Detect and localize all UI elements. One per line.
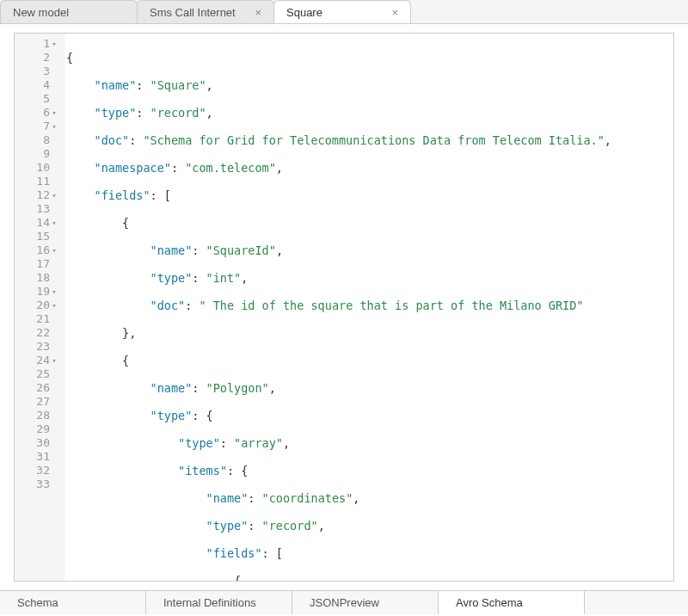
fold-icon[interactable]: ▾ bbox=[50, 354, 58, 367]
tab-avro-schema[interactable]: Avro Schema bbox=[439, 591, 585, 614]
fold-icon[interactable]: ▾ bbox=[50, 106, 58, 120]
tab-json-preview[interactable]: JSONPreview bbox=[292, 591, 439, 614]
tab-label: Sms Call Internet bbox=[150, 6, 236, 19]
code-line[interactable]: { bbox=[64, 216, 673, 230]
close-icon[interactable]: × bbox=[391, 6, 398, 19]
code-line[interactable]: "name": "Square", bbox=[64, 78, 673, 92]
code-line[interactable]: "name": "SquareId", bbox=[64, 243, 673, 257]
code-editor[interactable]: 1▾ 2 3 4 5 6▾ 7▾ 8 9 10 11 12▾ 13 14▾ 15… bbox=[14, 33, 674, 582]
tab-schema[interactable]: Schema bbox=[0, 591, 146, 614]
fold-icon[interactable]: ▾ bbox=[50, 285, 58, 299]
code-line[interactable]: { bbox=[64, 354, 673, 367]
code-line[interactable]: "type": "array", bbox=[64, 436, 673, 450]
tab-sms-call-internet[interactable]: Sms Call Internet × bbox=[137, 0, 274, 23]
tab-label: Square bbox=[286, 6, 322, 19]
code-content[interactable]: { "name": "Square", "type": "record", "d… bbox=[64, 34, 673, 581]
code-line[interactable]: "type": "int", bbox=[64, 271, 673, 285]
code-line[interactable]: "type": "record", bbox=[64, 106, 673, 120]
tab-internal-definitions[interactable]: Internal Definitions bbox=[146, 591, 292, 614]
bottom-tab-bar: Schema Internal Definitions JSONPreview … bbox=[0, 590, 688, 614]
fold-icon[interactable]: ▾ bbox=[50, 216, 58, 230]
fold-icon[interactable]: ▾ bbox=[50, 120, 58, 133]
close-icon[interactable]: × bbox=[255, 6, 261, 19]
line-number-gutter: 1▾ 2 3 4 5 6▾ 7▾ 8 9 10 11 12▾ 13 14▾ 15… bbox=[15, 34, 64, 581]
fold-icon[interactable]: ▾ bbox=[50, 37, 58, 51]
code-line[interactable]: "name": "Polygon", bbox=[64, 381, 673, 395]
tab-label: New model bbox=[13, 6, 69, 19]
code-line[interactable]: "type": { bbox=[64, 409, 673, 422]
code-line[interactable]: "items": { bbox=[64, 464, 673, 477]
code-line[interactable]: "type": "record", bbox=[64, 519, 673, 533]
code-line[interactable]: }, bbox=[64, 326, 673, 340]
code-line[interactable]: "fields": [ bbox=[64, 188, 673, 202]
code-line[interactable]: "doc": " The id of the square that is pa… bbox=[64, 299, 673, 312]
fold-icon[interactable]: ▾ bbox=[50, 299, 58, 312]
fold-icon[interactable]: ▾ bbox=[50, 243, 58, 257]
code-line[interactable]: "name": "coordinates", bbox=[64, 491, 673, 505]
code-line[interactable]: "namespace": "com.telecom", bbox=[64, 161, 673, 175]
tab-square[interactable]: Square × bbox=[273, 0, 411, 23]
code-line[interactable]: { bbox=[64, 574, 673, 581]
code-line[interactable]: { bbox=[64, 51, 673, 65]
code-line[interactable]: "fields": [ bbox=[64, 546, 673, 560]
top-tab-bar: New model Sms Call Internet × Square × bbox=[0, 0, 688, 24]
tab-new-model[interactable]: New model bbox=[0, 0, 138, 23]
code-line[interactable]: "doc": "Schema for Grid for Telecommunic… bbox=[64, 133, 673, 147]
fold-icon[interactable]: ▾ bbox=[50, 188, 58, 202]
